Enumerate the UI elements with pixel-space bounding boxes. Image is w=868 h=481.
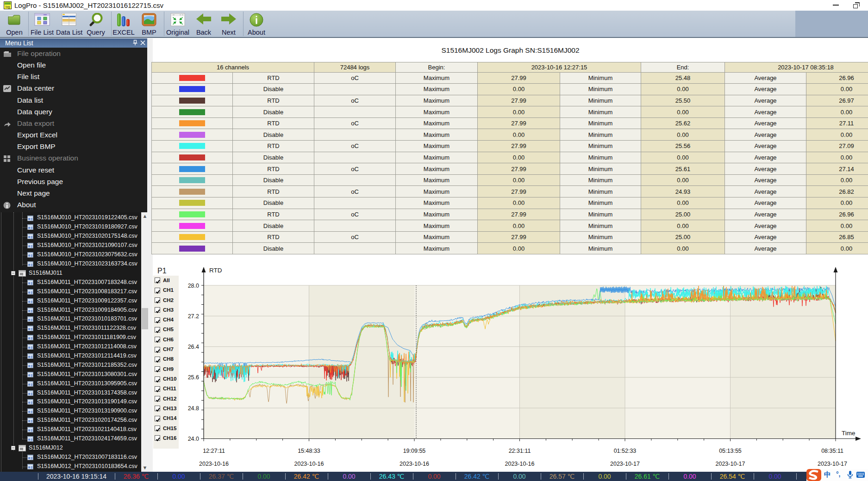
svg-text:19:09:55: 19:09:55	[403, 448, 426, 454]
svg-text:2023-10-17: 2023-10-17	[610, 461, 640, 467]
svg-text:22:31:11: 22:31:11	[509, 448, 531, 454]
svg-text:Time: Time	[842, 430, 856, 437]
svg-text:2023-10-16: 2023-10-16	[294, 461, 324, 467]
svg-text:28.0: 28.0	[188, 283, 199, 289]
svg-text:15:48:33: 15:48:33	[298, 448, 320, 454]
svg-text:05:13:55: 05:13:55	[719, 448, 742, 454]
svg-text:2023-10-17: 2023-10-17	[818, 461, 847, 467]
svg-text:08:35:11: 08:35:11	[821, 448, 843, 454]
svg-text:2023-10-16: 2023-10-16	[199, 461, 229, 467]
svg-text:RTD: RTD	[209, 267, 222, 274]
svg-text:26.4: 26.4	[188, 344, 199, 350]
svg-text:12:27:11: 12:27:11	[203, 448, 225, 454]
svg-text:27.2: 27.2	[188, 313, 199, 320]
svg-text:log: log	[6, 5, 10, 9]
svg-text:25.6: 25.6	[188, 374, 199, 381]
svg-text:24.8: 24.8	[188, 405, 199, 412]
svg-text:2023-10-17: 2023-10-17	[716, 461, 745, 467]
svg-text:2023-10-16: 2023-10-16	[400, 461, 429, 467]
svg-text:2023-10-16: 2023-10-16	[505, 461, 535, 467]
svg-text:24.0: 24.0	[188, 436, 199, 442]
svg-text:01:52:33: 01:52:33	[614, 448, 637, 454]
